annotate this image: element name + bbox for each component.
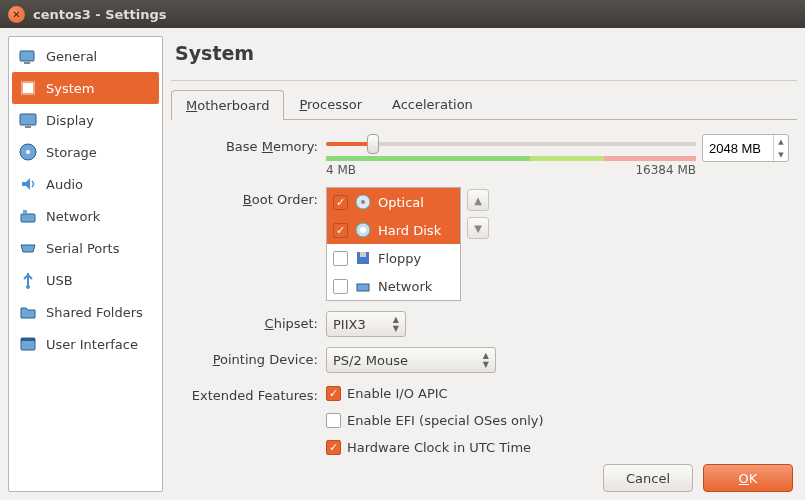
svg-point-7 — [26, 150, 30, 154]
efi-checkbox[interactable] — [326, 413, 341, 428]
titlebar: ✕ centos3 - Settings — [0, 0, 805, 28]
boot-label: Floppy — [378, 251, 421, 266]
boot-check-harddisk[interactable] — [333, 223, 348, 238]
sidebar-item-usb[interactable]: USB — [12, 264, 159, 296]
network-boot-icon — [354, 277, 372, 295]
sidebar-label: User Interface — [46, 337, 138, 352]
memory-slider[interactable] — [326, 134, 696, 154]
sidebar-label: Display — [46, 113, 94, 128]
memory-label: Base Memory: — [171, 134, 326, 154]
arrow-up-icon: ▲ — [474, 195, 482, 206]
boot-move-up[interactable]: ▲ — [467, 189, 489, 211]
pointing-select[interactable]: PS/2 Mouse ▲▼ — [326, 347, 496, 373]
svg-rect-0 — [20, 51, 34, 61]
svg-rect-18 — [360, 252, 366, 257]
sidebar-item-sharedfolders[interactable]: Shared Folders — [12, 296, 159, 328]
slider-thumb[interactable] — [367, 134, 379, 154]
sidebar-item-general[interactable]: General — [12, 40, 159, 72]
sidebar-item-userinterface[interactable]: User Interface — [12, 328, 159, 360]
folder-icon — [18, 302, 38, 322]
boot-label: Boot Order: — [171, 187, 326, 207]
audio-icon — [18, 174, 38, 194]
settings-sidebar: General System Display Storage Audio Net… — [8, 36, 163, 492]
display-icon — [18, 110, 38, 130]
boot-order-list[interactable]: Optical Hard Disk Floppy — [326, 187, 461, 301]
sidebar-label: Storage — [46, 145, 97, 160]
memory-max: 16384 MB — [635, 163, 696, 177]
chipset-select[interactable]: PIIX3 ▲▼ — [326, 311, 406, 337]
boot-item-harddisk[interactable]: Hard Disk — [327, 216, 460, 244]
harddisk-icon — [354, 221, 372, 239]
window-title: centos3 - Settings — [33, 7, 167, 22]
sidebar-label: Network — [46, 209, 100, 224]
page-title: System — [171, 36, 797, 81]
general-icon — [18, 46, 38, 66]
sidebar-item-storage[interactable]: Storage — [12, 136, 159, 168]
dialog-footer: Cancel OK — [603, 464, 793, 492]
sidebar-item-display[interactable]: Display — [12, 104, 159, 136]
boot-check-optical[interactable] — [333, 195, 348, 210]
pointing-value: PS/2 Mouse — [333, 353, 408, 368]
boot-item-floppy[interactable]: Floppy — [327, 244, 460, 272]
tab-motherboard[interactable]: Motherboard — [171, 90, 284, 120]
close-button[interactable]: ✕ — [8, 6, 25, 23]
efi-label: Enable EFI (special OSes only) — [347, 413, 544, 428]
sidebar-item-audio[interactable]: Audio — [12, 168, 159, 200]
svg-rect-3 — [23, 83, 33, 93]
tabs: Motherboard Processor Acceleration — [171, 89, 797, 120]
sidebar-label: Audio — [46, 177, 83, 192]
boot-move-down[interactable]: ▼ — [467, 217, 489, 239]
tab-processor[interactable]: Processor — [284, 89, 377, 119]
svg-point-14 — [361, 200, 365, 204]
usb-icon — [18, 270, 38, 290]
ioapic-checkbox[interactable] — [326, 386, 341, 401]
ui-icon — [18, 334, 38, 354]
system-icon — [18, 78, 38, 98]
sidebar-label: USB — [46, 273, 73, 288]
floppy-icon — [354, 249, 372, 267]
sidebar-item-serialports[interactable]: Serial Ports — [12, 232, 159, 264]
memory-spin-down[interactable]: ▼ — [774, 148, 788, 161]
features-label: Extended Features: — [171, 383, 326, 403]
sidebar-label: Serial Ports — [46, 241, 119, 256]
pointing-label: Pointing Device: — [171, 347, 326, 367]
tab-acceleration[interactable]: Acceleration — [377, 89, 488, 119]
memory-value-field[interactable]: ▲ ▼ — [702, 134, 789, 162]
ok-button[interactable]: OK — [703, 464, 793, 492]
sidebar-label: System — [46, 81, 94, 96]
chipset-value: PIIX3 — [333, 317, 366, 332]
memory-spin-up[interactable]: ▲ — [774, 135, 788, 148]
boot-check-network[interactable] — [333, 279, 348, 294]
dropdown-icon: ▲▼ — [483, 351, 489, 369]
svg-point-16 — [360, 227, 366, 233]
boot-label: Optical — [378, 195, 424, 210]
svg-rect-8 — [21, 214, 35, 222]
close-icon: ✕ — [12, 9, 20, 20]
boot-label: Network — [378, 279, 432, 294]
ioapic-label: Enable I/O APIC — [347, 386, 448, 401]
svg-rect-12 — [21, 338, 35, 341]
serial-icon — [18, 238, 38, 258]
svg-rect-5 — [25, 126, 31, 128]
arrow-down-icon: ▼ — [474, 223, 482, 234]
boot-item-network[interactable]: Network — [327, 272, 460, 300]
utc-label: Hardware Clock in UTC Time — [347, 440, 531, 455]
boot-label: Hard Disk — [378, 223, 441, 238]
optical-icon — [354, 193, 372, 211]
boot-item-optical[interactable]: Optical — [327, 188, 460, 216]
svg-rect-4 — [20, 114, 36, 125]
memory-input[interactable] — [703, 137, 773, 160]
sidebar-item-system[interactable]: System — [12, 72, 159, 104]
utc-checkbox[interactable] — [326, 440, 341, 455]
svg-point-10 — [26, 285, 30, 289]
svg-rect-1 — [24, 62, 30, 64]
network-icon — [18, 206, 38, 226]
sidebar-item-network[interactable]: Network — [12, 200, 159, 232]
dropdown-icon: ▲▼ — [393, 315, 399, 333]
cancel-button[interactable]: Cancel — [603, 464, 693, 492]
main-panel: System Motherboard Processor Acceleratio… — [171, 36, 797, 492]
storage-icon — [18, 142, 38, 162]
boot-check-floppy[interactable] — [333, 251, 348, 266]
chipset-label: Chipset: — [171, 311, 326, 331]
svg-rect-19 — [357, 284, 369, 291]
